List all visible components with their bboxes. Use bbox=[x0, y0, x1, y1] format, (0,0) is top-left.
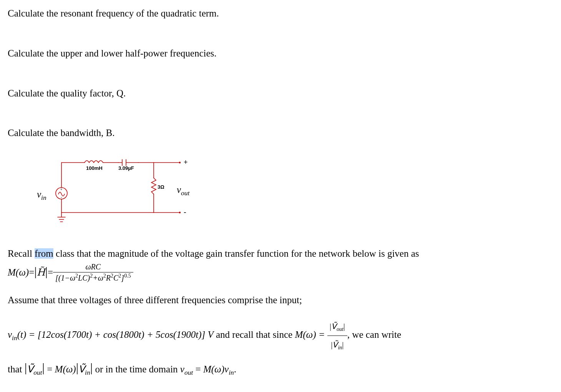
inductor-label: 100mH bbox=[86, 165, 103, 172]
vout-v: v bbox=[177, 184, 181, 195]
svg-text:-: - bbox=[184, 208, 186, 216]
den-s3: 2 bbox=[103, 273, 106, 279]
capacitor-label: 3.09µF bbox=[118, 165, 134, 172]
vout-v2: v bbox=[180, 364, 184, 374]
vout-sub2: out bbox=[184, 369, 193, 376]
vt-in: Ṽ bbox=[332, 341, 338, 349]
arg2: (1800t) + 5 bbox=[116, 330, 160, 340]
M2: M bbox=[55, 364, 63, 374]
recall-paragraph: Recall from class that the magnitude of … bbox=[8, 247, 553, 260]
question-4: Calculate the bandwidth, B. bbox=[8, 126, 553, 140]
abs-c2: | bbox=[42, 360, 45, 374]
den-p3: +ω bbox=[93, 273, 103, 282]
vout-sub: out bbox=[181, 189, 189, 197]
den-p5: C bbox=[113, 273, 118, 282]
vin-expression: vin(t) = [12cos(1700t) + cos(1800t) + 5c… bbox=[8, 317, 553, 382]
vin-sub: in bbox=[41, 194, 46, 201]
recall-rest: class that the magnitude of the voltage … bbox=[53, 248, 419, 259]
den-s1: 2 bbox=[75, 273, 78, 279]
vin-t: (t) = [12 bbox=[17, 330, 51, 340]
eq-eq1: = bbox=[29, 266, 34, 279]
that: that bbox=[8, 364, 25, 374]
or-text: or in the time domain bbox=[93, 364, 180, 374]
assume-line: Assume that three voltages of three diff… bbox=[8, 294, 553, 307]
vt-in-sub: in bbox=[338, 345, 342, 350]
M3: M bbox=[203, 364, 211, 374]
arg1: (1700t) + bbox=[64, 330, 103, 340]
cos3: cos bbox=[161, 330, 173, 340]
omega3: (ω) bbox=[211, 364, 224, 374]
den-p6: ] bbox=[121, 273, 124, 282]
vin-v2: v bbox=[8, 330, 12, 340]
question-3: Calculate the quality factor, Q. bbox=[8, 87, 553, 100]
omega1: (ω) = bbox=[303, 330, 327, 340]
den-s4: 2 bbox=[111, 273, 113, 279]
eq-num: ωRC bbox=[53, 262, 133, 272]
question-2: Calculate the upper and lower half-power… bbox=[8, 47, 553, 60]
vin-sub2: in bbox=[12, 334, 17, 342]
cos2: cos bbox=[103, 330, 116, 340]
ratio-frac: |Ṽout| |Ṽin| bbox=[327, 317, 347, 354]
vin-v: v bbox=[37, 189, 41, 199]
document-page: Calculate the resonant frequency of the … bbox=[0, 0, 561, 392]
svg-text:+: + bbox=[60, 188, 62, 191]
eq-den: [(1−ω2LC)2+ω2R2C2]0.5 bbox=[53, 272, 133, 283]
eq4: = bbox=[193, 364, 203, 374]
abs-close-1: | bbox=[45, 263, 47, 280]
comma: , we can write bbox=[347, 330, 401, 340]
svg-text:-: - bbox=[61, 195, 62, 199]
abs-c3: | bbox=[90, 360, 93, 374]
question-1: Calculate the resonant frequency of the … bbox=[8, 7, 553, 20]
eq-H: H̃ bbox=[37, 266, 45, 279]
abs-o2: | bbox=[25, 360, 27, 374]
ratio-den: |Ṽin| bbox=[327, 336, 347, 354]
vin-v3: v bbox=[224, 364, 229, 374]
abs-o3: | bbox=[76, 360, 78, 374]
eq3: = bbox=[45, 364, 55, 374]
den-p4: R bbox=[106, 273, 111, 282]
svg-point-4 bbox=[179, 212, 181, 213]
magnitude-equation: M(ω) = |H̃| = ωRC [(1−ω2LC)2+ω2R2C2]0.5 bbox=[8, 262, 553, 283]
recall-prefix: Recall bbox=[8, 248, 35, 259]
svg-point-3 bbox=[179, 162, 181, 163]
eq-fraction: ωRC [(1−ω2LC)2+ω2R2C2]0.5 bbox=[53, 262, 133, 283]
eq-eq2: = bbox=[48, 266, 53, 279]
recall-highlight: from bbox=[35, 248, 53, 259]
vin-label: vin bbox=[37, 188, 46, 203]
den-p1: [(1−ω bbox=[55, 273, 75, 282]
abs-open-1: | bbox=[34, 263, 37, 280]
vt-out-sub: out bbox=[337, 326, 344, 332]
M1: M bbox=[295, 330, 303, 340]
resistor-label: 3Ω bbox=[158, 184, 164, 191]
circuit-svg: + - + - bbox=[23, 151, 200, 228]
arg3: (1900t)] V bbox=[173, 330, 214, 340]
vt-out2: Ṽ bbox=[27, 364, 33, 374]
vt-out2-sub: out bbox=[33, 369, 42, 376]
vt-in2: Ṽ bbox=[78, 364, 85, 374]
ratio-num: |Ṽout| bbox=[327, 317, 347, 336]
den-p2: LC) bbox=[78, 273, 90, 282]
eq-omega: (ω) bbox=[16, 266, 29, 279]
vin-sub3: in bbox=[229, 369, 234, 376]
den-exp: 0.5 bbox=[124, 273, 131, 279]
cos1: cos bbox=[51, 330, 63, 340]
svg-text:+: + bbox=[184, 158, 188, 166]
omega2: (ω) bbox=[63, 364, 76, 374]
vt-out: Ṽ bbox=[331, 322, 337, 331]
circuit-diagram: + - + - 100mH 3.09µF 3Ω vin vout bbox=[23, 151, 200, 228]
period: . bbox=[234, 364, 236, 374]
eq-M: M bbox=[8, 266, 16, 279]
vt-in2-sub: in bbox=[85, 369, 90, 376]
recall2: and recall that since bbox=[214, 330, 295, 340]
vout-label: vout bbox=[177, 183, 189, 198]
